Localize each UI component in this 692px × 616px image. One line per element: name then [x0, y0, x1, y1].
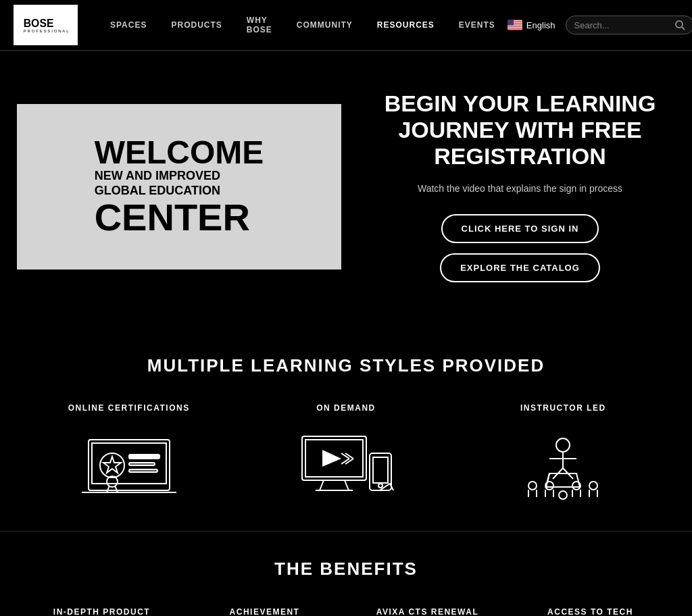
- learning-title: MULTIPLE LEARNING STYLES PROVIDED: [27, 355, 665, 376]
- benefit-3: AVIXA CTS RENEWALUNITS: [353, 607, 502, 616]
- svg-text:PROFESSIONAL: PROFESSIONAL: [23, 28, 69, 33]
- svg-rect-9: [508, 20, 514, 25]
- svg-rect-34: [373, 457, 388, 483]
- svg-marker-28: [322, 450, 341, 467]
- main-nav: SPACES PRODUCTS WHY BOSE COMMUNITY RESOU…: [98, 16, 508, 34]
- learning-grid: ONLINE CERTIFICATIONS: [27, 403, 665, 504]
- instructor-label: INSTRUCTOR LED: [520, 403, 606, 413]
- svg-rect-6: [508, 25, 522, 26]
- svg-rect-17: [129, 455, 159, 459]
- svg-line-21: [107, 486, 109, 492]
- nav-spaces[interactable]: SPACES: [98, 20, 159, 30]
- search-input[interactable]: [574, 20, 669, 30]
- hero-buttons: CLICK HERE TO SIGN IN EXPLORE THE CATALO…: [375, 214, 665, 282]
- hero-image: WELCOME NEW AND IMPROVED GLOBAL EDUCATIO…: [17, 104, 341, 270]
- instructor-icon-box: [509, 430, 617, 504]
- nav-community[interactable]: COMMUNITY: [285, 20, 365, 30]
- site-header: BOSE PROFESSIONAL SPACES PRODUCTS WHY BO…: [0, 0, 692, 51]
- hero-content: BEGIN YOUR LEARNING JOURNEY WITH FREE RE…: [341, 91, 665, 282]
- hero-title: BEGIN YOUR LEARNING JOURNEY WITH FREE RE…: [375, 91, 665, 170]
- svg-line-42: [546, 473, 549, 487]
- svg-marker-16: [103, 457, 121, 473]
- welcome-heading: WELCOME: [95, 136, 264, 169]
- certifications-label: ONLINE CERTIFICATIONS: [68, 403, 190, 413]
- svg-rect-19: [129, 469, 157, 472]
- svg-line-26: [345, 480, 349, 490]
- svg-rect-18: [129, 463, 155, 465]
- signin-button[interactable]: CLICK HERE TO SIGN IN: [441, 214, 599, 243]
- hero-subtitle: Watch the video that explains the sign i…: [375, 183, 665, 194]
- learning-section: MULTIPLE LEARNING STYLES PROVIDED ONLINE…: [0, 322, 692, 531]
- hero-subline1: NEW AND IMPROVED: [95, 169, 264, 184]
- certifications-icon-box: [75, 430, 183, 504]
- benefit-2-label: ACHIEVEMENTCERTIFICATIONS: [224, 607, 305, 616]
- nav-events[interactable]: EVENTS: [447, 20, 508, 30]
- bose-logo-svg: BOSE PROFESSIONAL: [22, 15, 70, 35]
- benefits-section: THE BENEFITS IN-DEPTH PRODUCTKNOWLEDGE A…: [0, 532, 692, 616]
- svg-point-43: [528, 482, 537, 490]
- language-label: English: [526, 20, 555, 30]
- nav-why-bose[interactable]: WHY BOSE: [234, 16, 285, 34]
- certifications-icon: [78, 433, 180, 500]
- svg-line-22: [115, 486, 118, 492]
- learning-item-certifications: ONLINE CERTIFICATIONS: [27, 403, 230, 504]
- flag-icon: [508, 20, 522, 30]
- benefit-3-label: AVIXA CTS RENEWALUNITS: [376, 607, 479, 616]
- ondemand-icon: [295, 433, 397, 500]
- benefit-4: ACCESS TO TECHINFORMATION: [516, 607, 665, 616]
- hero-center: CENTER: [95, 199, 264, 236]
- svg-point-47: [589, 482, 597, 490]
- nav-resources[interactable]: RESOURCES: [365, 20, 447, 30]
- hero-section: WELCOME NEW AND IMPROVED GLOBAL EDUCATIO…: [0, 51, 692, 322]
- svg-line-11: [682, 27, 685, 30]
- benefit-1-label: IN-DEPTH PRODUCTKNOWLEDGE: [53, 607, 150, 616]
- catalog-button[interactable]: EXPLORE THE CATALOG: [440, 253, 600, 282]
- benefit-2: ACHIEVEMENTCERTIFICATIONS: [190, 607, 339, 616]
- svg-point-10: [676, 21, 683, 28]
- svg-point-35: [378, 484, 382, 488]
- svg-text:BOSE: BOSE: [23, 18, 53, 29]
- svg-point-36: [556, 438, 570, 452]
- logo[interactable]: BOSE PROFESSIONAL: [14, 5, 78, 45]
- nav-products[interactable]: PRODUCTS: [159, 20, 234, 30]
- svg-line-25: [320, 480, 324, 490]
- instructor-icon: [512, 433, 614, 500]
- svg-point-45: [559, 491, 567, 499]
- benefits-grid: IN-DEPTH PRODUCTKNOWLEDGE ACHIEVEMENTCER…: [27, 607, 665, 616]
- learning-item-instructor: INSTRUCTOR LED: [462, 403, 665, 504]
- svg-marker-41: [546, 473, 580, 487]
- language-selector[interactable]: English: [508, 20, 555, 30]
- ondemand-label: ON DEMAND: [316, 403, 376, 413]
- svg-rect-8: [508, 28, 522, 29]
- svg-rect-7: [508, 27, 522, 28]
- benefit-4-label: ACCESS TO TECHINFORMATION: [547, 607, 633, 616]
- benefit-1: IN-DEPTH PRODUCTKNOWLEDGE: [27, 607, 176, 616]
- learning-item-ondemand: ON DEMAND: [244, 403, 447, 504]
- header-right: English CONTACT: [508, 14, 692, 37]
- benefits-title: THE BENEFITS: [27, 559, 665, 580]
- ondemand-icon-box: [292, 430, 400, 504]
- search-box: [566, 16, 693, 34]
- search-icon: [674, 20, 685, 30]
